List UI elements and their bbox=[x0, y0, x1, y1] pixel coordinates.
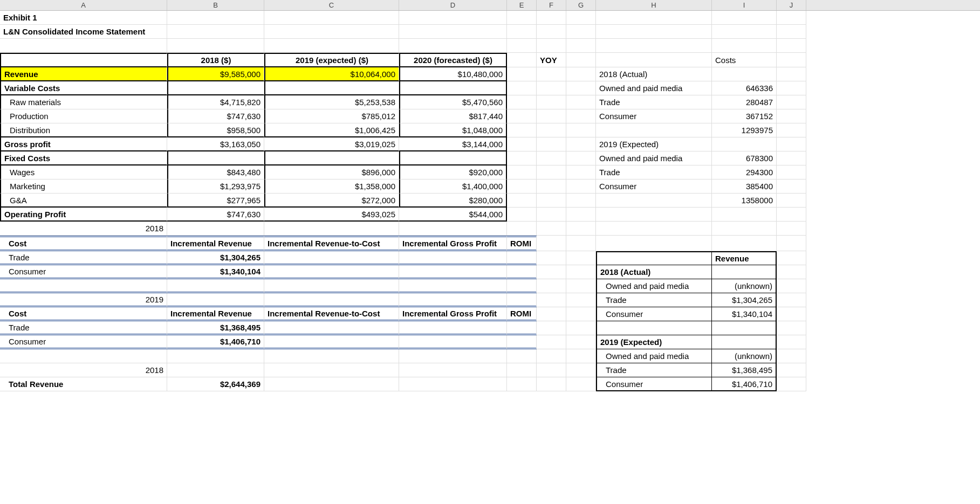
cell-revbox-2018-label[interactable]: 2018 (Actual) bbox=[596, 265, 712, 279]
cell-revenue-label[interactable]: Revenue bbox=[0, 67, 167, 81]
cell[interactable] bbox=[264, 25, 399, 39]
cell[interactable] bbox=[399, 251, 507, 265]
cell[interactable] bbox=[507, 265, 537, 279]
cell[interactable] bbox=[596, 53, 712, 67]
cell[interactable] bbox=[777, 293, 806, 307]
cell[interactable] bbox=[777, 236, 806, 251]
cell[interactable] bbox=[566, 307, 596, 321]
cell-inc-trade-label[interactable]: Trade bbox=[0, 251, 167, 265]
cell[interactable] bbox=[712, 137, 777, 151]
cell[interactable] bbox=[712, 222, 777, 236]
cell-inc-trade-val-2019[interactable]: $1,368,495 bbox=[167, 321, 264, 335]
cell[interactable] bbox=[399, 335, 507, 349]
cell-year-2018[interactable]: 2018 bbox=[0, 222, 167, 236]
cell[interactable] bbox=[507, 109, 537, 123]
cell[interactable] bbox=[596, 39, 712, 53]
cell[interactable] bbox=[777, 25, 806, 39]
cell-revenue-2018[interactable]: $9,585,000 bbox=[167, 67, 264, 81]
cell-wages-2018[interactable]: $843,480 bbox=[167, 165, 264, 179]
cell[interactable] bbox=[537, 151, 566, 165]
cell-marketing-label[interactable]: Marketing bbox=[0, 179, 167, 194]
cell-revbox-row-label[interactable]: Owned and paid media bbox=[596, 279, 712, 293]
cell[interactable] bbox=[264, 222, 399, 236]
cell[interactable] bbox=[537, 279, 566, 293]
cell[interactable] bbox=[537, 81, 566, 95]
cell[interactable] bbox=[264, 321, 399, 335]
cell[interactable] bbox=[167, 363, 264, 377]
cell[interactable] bbox=[566, 53, 596, 67]
cell-inc-consumer-label-2019[interactable]: Consumer bbox=[0, 335, 167, 349]
cell-inc-col-d[interactable]: Incremental Gross Profit bbox=[399, 236, 507, 251]
cell-total-revenue-val[interactable]: $2,644,369 bbox=[167, 377, 264, 391]
cell[interactable] bbox=[566, 151, 596, 165]
cell[interactable] bbox=[537, 109, 566, 123]
cell[interactable] bbox=[777, 81, 806, 95]
cell-op-profit-2019[interactable]: $493,025 bbox=[264, 208, 399, 222]
cell-costs-row-val[interactable]: 367152 bbox=[712, 109, 777, 123]
cell[interactable] bbox=[537, 165, 566, 179]
cell[interactable] bbox=[507, 95, 537, 109]
cell-inc-col-d-2019[interactable]: Incremental Gross Profit bbox=[399, 307, 507, 321]
cell[interactable] bbox=[566, 321, 596, 335]
cell-income-header-2020[interactable]: 2020 (forecasted) ($) bbox=[399, 53, 507, 67]
cell[interactable] bbox=[507, 293, 537, 307]
cell[interactable] bbox=[566, 39, 596, 53]
cell[interactable] bbox=[777, 335, 806, 349]
cell[interactable] bbox=[507, 279, 537, 293]
cell-revbox-row-label[interactable]: Trade bbox=[596, 363, 712, 377]
cell[interactable] bbox=[507, 123, 537, 137]
cell-bottom-year[interactable]: 2018 bbox=[0, 363, 167, 377]
cell[interactable] bbox=[566, 123, 596, 137]
cell[interactable] bbox=[507, 151, 537, 165]
cell-income-header-blank[interactable] bbox=[0, 53, 167, 67]
cell[interactable] bbox=[507, 194, 537, 208]
cell[interactable] bbox=[264, 349, 399, 363]
cell[interactable] bbox=[264, 11, 399, 25]
cell[interactable] bbox=[566, 67, 596, 81]
cell[interactable] bbox=[507, 165, 537, 179]
cell[interactable] bbox=[777, 377, 806, 391]
col-header-f[interactable]: F bbox=[537, 0, 566, 10]
cell[interactable] bbox=[777, 363, 806, 377]
cell[interactable] bbox=[566, 179, 596, 194]
cell-inc-consumer-val-2019[interactable]: $1,406,710 bbox=[167, 335, 264, 349]
cell-revbox-row-val[interactable]: $1,368,495 bbox=[712, 363, 777, 377]
cell[interactable] bbox=[777, 67, 806, 81]
cell[interactable] bbox=[596, 11, 712, 25]
cell-production-2018[interactable]: $747,630 bbox=[167, 109, 264, 123]
cell[interactable] bbox=[537, 11, 566, 25]
cell-production-2019[interactable]: $785,012 bbox=[264, 109, 399, 123]
col-header-j[interactable]: J bbox=[777, 0, 806, 10]
col-header-b[interactable]: B bbox=[167, 0, 264, 10]
cell-revbox-2019-label[interactable]: 2019 (Expected) bbox=[596, 335, 712, 349]
cell[interactable] bbox=[777, 165, 806, 179]
cell[interactable] bbox=[507, 363, 537, 377]
cell[interactable] bbox=[264, 279, 399, 293]
cell[interactable] bbox=[566, 222, 596, 236]
cell[interactable] bbox=[596, 222, 712, 236]
cell[interactable] bbox=[777, 222, 806, 236]
cell-marketing-2019[interactable]: $1,358,000 bbox=[264, 179, 399, 194]
cell-costs-row-label[interactable]: Trade bbox=[596, 165, 712, 179]
cell[interactable] bbox=[566, 293, 596, 307]
cell-revenue-2020[interactable]: $10,480,000 bbox=[399, 67, 507, 81]
cell-costs-row-val[interactable]: 1293975 bbox=[712, 123, 777, 137]
cell[interactable] bbox=[777, 265, 806, 279]
cell-revbox-row-val[interactable]: $1,304,265 bbox=[712, 293, 777, 307]
cell[interactable] bbox=[566, 265, 596, 279]
cell[interactable] bbox=[507, 251, 537, 265]
cell-production-label[interactable]: Production bbox=[0, 109, 167, 123]
cell-costs-row-label[interactable] bbox=[596, 123, 712, 137]
cell[interactable] bbox=[566, 236, 596, 251]
cell[interactable] bbox=[537, 123, 566, 137]
cell[interactable] bbox=[537, 67, 566, 81]
cell[interactable] bbox=[264, 377, 399, 391]
cell[interactable] bbox=[537, 363, 566, 377]
cell-costs-row-label[interactable]: Owned and paid media bbox=[596, 81, 712, 95]
cell-revbox-row-val[interactable]: $1,406,710 bbox=[712, 377, 777, 391]
cell[interactable] bbox=[566, 335, 596, 349]
cell[interactable] bbox=[264, 81, 399, 95]
cell-inc-consumer-label[interactable]: Consumer bbox=[0, 265, 167, 279]
cell-revbox-row-val[interactable]: (unknown) bbox=[712, 279, 777, 293]
cell-costs-row-val[interactable]: 678300 bbox=[712, 151, 777, 165]
